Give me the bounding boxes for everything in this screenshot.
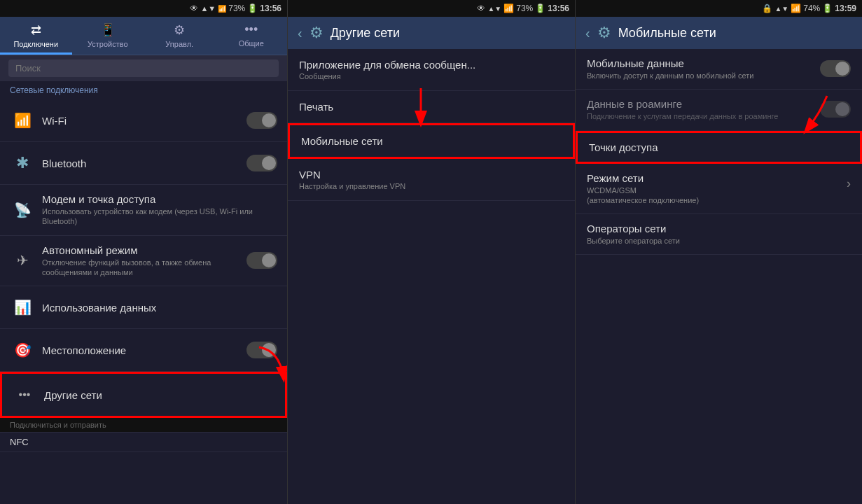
signal-3: ▲▼ (774, 5, 788, 13)
controls-icon: ⚙ (174, 22, 185, 38)
p3-item-netmode[interactable]: Режим сети WCDMA/GSM (автоматическое под… (576, 164, 862, 215)
settings-item-airplane[interactable]: ✈ Автономный режим Отключение функций вы… (0, 236, 287, 287)
tab-general[interactable]: ••• Общие (216, 17, 288, 55)
status-icons-2: 👁 ▲▼ 📶 73% 🔋 13:56 (477, 4, 569, 13)
operators-title: Операторы сети (587, 223, 851, 234)
accesspoints-wrapper: Точки доступа (576, 131, 862, 164)
back-button-3[interactable]: ‹ (585, 25, 590, 41)
battery-icon-3: 🔋 (822, 4, 833, 13)
datausage-icon: 📊 (10, 295, 35, 320)
chevron-right-icon: › (847, 176, 851, 191)
status-icons-1: 👁 ▲▼ 📶 73% 🔋 13:56 (190, 4, 281, 13)
general-icon: ••• (244, 22, 258, 37)
modem-title: Модем и точка доступа (42, 193, 277, 205)
tab-controls[interactable]: ⚙ Управл. (144, 17, 216, 55)
eye-icon-2: 👁 (477, 4, 485, 13)
eye-icon: 👁 (190, 4, 198, 13)
tab-device[interactable]: 📱 Устройство (72, 17, 144, 55)
battery-percent-2: 73% (516, 4, 533, 13)
roaming-subtitle: Подключение к услугам передачи данных в … (587, 111, 814, 121)
location-icon: 🎯 (10, 337, 35, 363)
time-1: 13:56 (260, 4, 281, 13)
settings-item-location[interactable]: 🎯 Местоположение (0, 329, 287, 372)
wifi-toggle[interactable] (246, 112, 277, 129)
netmode-title: Режим сети (587, 172, 841, 184)
panel2-header: ‹ ⚙ Другие сети (288, 17, 575, 49)
settings-item-datausage[interactable]: 📊 Использование данных (0, 286, 287, 329)
messaging-subtitle: Сообщения (299, 72, 564, 80)
bluetooth-title: Bluetooth (42, 158, 246, 169)
modem-subtitle: Использовать устройство как модем (через… (42, 206, 277, 227)
tab-bar: ⇄ Подключени 📱 Устройство ⚙ Управл. ••• … (0, 17, 287, 55)
airplane-title: Автономный режим (42, 244, 246, 256)
settings-gear-icon-3: ⚙ (597, 24, 611, 42)
roaming-title: Данные в роаминге (587, 98, 814, 110)
operators-subtitle: Выберите оператора сети (587, 236, 851, 246)
p2-item-vpn[interactable]: VPN Настройка и управление VPN (288, 159, 575, 201)
battery-percent-3: 74% (803, 4, 820, 13)
bluetooth-icon: ✱ (10, 150, 35, 176)
battery-icon-2: 🔋 (535, 4, 545, 13)
other-nets-wrapper: ••• Другие сети (0, 372, 287, 418)
tab-device-label: Устройство (88, 40, 128, 48)
device-icon: 📱 (100, 22, 116, 38)
search-input[interactable] (8, 59, 279, 77)
airplane-icon: ✈ (10, 248, 35, 273)
back-button-2[interactable]: ‹ (298, 25, 303, 41)
mobilenets-title: Мобильные сети (301, 135, 562, 147)
wifi-title: Wi-Fi (42, 115, 246, 127)
tab-connections[interactable]: ⇄ Подключени (0, 17, 72, 55)
time-3: 13:59 (835, 4, 856, 13)
red-arrow-3 (785, 92, 841, 141)
battery-icon-1: 🔋 (247, 4, 258, 13)
panel-connections: 👁 ▲▼ 📶 73% 🔋 13:56 ⇄ Подключени 📱 Устрой… (0, 0, 287, 504)
tab-connections-label: Подключени (13, 40, 58, 48)
othernets-title: Другие сети (44, 389, 275, 401)
red-arrow-1 (252, 344, 287, 388)
wifi-icon: 📶 (10, 108, 35, 133)
mobiledata-title: Мобильные данные (587, 57, 814, 69)
messaging-title: Приложение для обмена сообщен... (299, 59, 564, 71)
nfc-item[interactable]: NFC (0, 433, 287, 452)
bottom-divider: Подключиться и отправить (0, 418, 287, 433)
othernets-icon: ••• (12, 382, 37, 407)
datausage-title: Использование данных (42, 302, 277, 314)
search-bar (0, 55, 287, 81)
netmode-subtitle: WCDMA/GSM (автоматическое подключение) (587, 186, 841, 206)
location-title: Местоположение (42, 344, 246, 356)
panel2-content: Приложение для обмена сообщен... Сообщен… (288, 49, 575, 504)
signal-bars-1: ▲▼ (200, 4, 216, 13)
settings-item-bluetooth[interactable]: ✱ Bluetooth (0, 142, 287, 185)
panel3-header: ‹ ⚙ Мобильные сети (576, 17, 862, 49)
p3-item-mobiledata[interactable]: Мобильные данные Включить доступ к данны… (576, 49, 862, 90)
panel-other-networks: 👁 ▲▼ 📶 73% 🔋 13:56 ‹ ⚙ Другие сети Прило… (287, 0, 575, 504)
signal-bars-2: 📶 (503, 4, 514, 13)
p3-item-operators[interactable]: Операторы сети Выберите оператора сети (576, 214, 862, 255)
tab-general-label: Общие (239, 39, 264, 48)
settings-item-wifi[interactable]: 📶 Wi-Fi (0, 99, 287, 142)
panel2-title: Другие сети (331, 26, 400, 41)
panel3-title: Мобильные сети (618, 26, 716, 41)
panel-mobile-networks: 🔒 ▲▼ 📶 74% 🔋 13:59 ‹ ⚙ Мобильные сети Мо… (575, 0, 862, 504)
airplane-subtitle: Отключение функций вызовов, а также обме… (42, 258, 246, 278)
settings-item-modem[interactable]: 📡 Модем и точка доступа Использовать уст… (0, 185, 287, 236)
section-header-networks: Сетевые подключения (0, 81, 287, 99)
mobiledata-toggle[interactable] (820, 60, 851, 77)
settings-gear-icon-2: ⚙ (310, 24, 324, 42)
status-bar-2: 👁 ▲▼ 📶 73% 🔋 13:56 (288, 0, 575, 17)
modem-icon: 📡 (10, 197, 35, 223)
airplane-toggle[interactable] (246, 252, 277, 269)
tab-controls-label: Управл. (165, 40, 193, 48)
status-icons-3: 🔒 ▲▼ 📶 74% 🔋 13:59 (762, 4, 856, 13)
signal-bars-3: 📶 (791, 4, 801, 13)
nfc-label: NFC (10, 437, 29, 447)
status-bar-1: 👁 ▲▼ 📶 73% 🔋 13:56 (0, 0, 287, 17)
vpn-subtitle: Настройка и управление VPN (299, 182, 564, 190)
accesspoints-title: Точки доступа (589, 141, 849, 153)
time-2: 13:56 (548, 4, 569, 13)
connections-icon: ⇄ (31, 22, 41, 38)
panel3-content: Мобильные данные Включить доступ к данны… (576, 49, 862, 504)
bluetooth-toggle[interactable] (246, 155, 277, 172)
settings-item-othernets[interactable]: ••• Другие сети (0, 372, 287, 418)
signal-2: ▲▼ (487, 5, 501, 13)
